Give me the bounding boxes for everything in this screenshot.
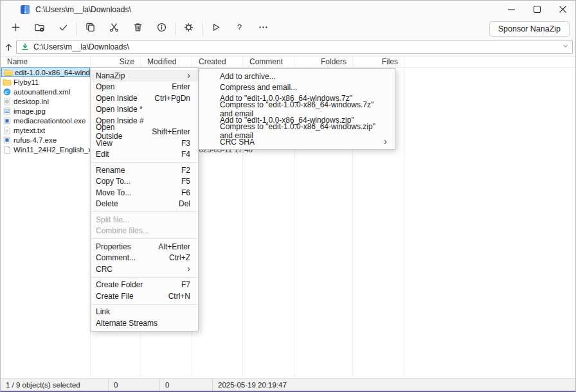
maximize-button[interactable]	[524, 1, 550, 18]
options-button[interactable]	[177, 20, 201, 38]
question-icon: ?	[234, 22, 245, 35]
menu-item-crc[interactable]: CRC›	[91, 263, 198, 275]
menu-item-link[interactable]: Link	[91, 307, 198, 318]
menu-item-nanazip[interactable]: NanaZip›	[91, 70, 198, 82]
help-button[interactable]: ?	[228, 20, 251, 38]
menu-item-open-inside[interactable]: Open Inside *	[91, 104, 198, 116]
menu-separator	[91, 277, 197, 278]
file-name: rufus-4.7.exe	[14, 136, 57, 144]
address-path: C:\Users\m__la\Downloads\	[33, 42, 561, 51]
column-header-name[interactable]: Name	[1, 57, 91, 67]
sponsor-nanazip-button[interactable]: Sponsor NanaZip	[489, 21, 570, 37]
menu-item-combine-files: Combine files...	[91, 226, 198, 237]
menu-item-rename[interactable]: RenameF2	[91, 165, 198, 176]
menu-item-label: NanaZip	[96, 71, 125, 80]
menu-item-open-outside[interactable]: Open OutsideShift+Enter	[91, 127, 198, 138]
add-button[interactable]	[4, 20, 28, 38]
column-header-size[interactable]: Size	[91, 57, 141, 67]
menu-item-shortcut: Del	[167, 199, 190, 208]
chevron-down-icon[interactable]	[561, 41, 570, 53]
copy-icon	[85, 22, 96, 35]
file-name-cell: Flyby11	[1, 77, 91, 87]
menu-item-shortcut: F2	[170, 166, 190, 175]
menu-item-compress-to-edit-1-0-0-x86-64-windows-zip-and-email[interactable]: Compress to "edit-1.0.0-x86_64-windows.z…	[199, 125, 395, 136]
more-button[interactable]	[251, 20, 275, 38]
menu-item-shortcut: Ctrl+Z	[158, 253, 190, 262]
menu-item-comment[interactable]: Comment...Ctrl+Z	[91, 253, 198, 264]
status-segment-1: 0	[109, 379, 160, 391]
menu-separator	[91, 162, 197, 163]
info-button[interactable]	[150, 20, 174, 38]
menu-item-view[interactable]: ViewF3	[91, 138, 198, 149]
file-name: Win11_24H2_English_x64.iso	[14, 146, 91, 154]
extract-button[interactable]	[28, 20, 51, 38]
menu-item-copy-to[interactable]: Copy To...F5	[91, 176, 198, 188]
menu-item-label: Compress and email...	[220, 83, 297, 92]
file-name: edit-1.0.0-x86_64-windows	[15, 69, 89, 76]
column-header-comment[interactable]: Comment	[243, 57, 295, 67]
menu-item-shortcut: Alt+Enter	[147, 242, 190, 251]
menu-item-shortcut: Ctrl+N	[157, 292, 190, 301]
menu-item-shortcut: F4	[170, 150, 190, 159]
ini-icon	[3, 97, 12, 106]
context-menu: NanaZip›OpenEnterOpen InsideCtrl+PgDnOpe…	[90, 67, 199, 332]
status-bar: 1 / 9 object(s) selected002025-05-19 20:…	[1, 378, 575, 391]
column-header-created[interactable]: Created	[192, 57, 243, 67]
move-button[interactable]	[102, 20, 126, 38]
menu-item-edit[interactable]: EditF4	[91, 149, 198, 161]
address-combobox[interactable]: C:\Users\m__la\Downloads\	[16, 40, 573, 54]
column-header-row: NameSizeModifiedCreatedCommentFoldersFil…	[1, 57, 575, 67]
menu-item-label: Properties	[96, 242, 131, 251]
file-name-cell: image.jpg	[1, 106, 91, 116]
column-header-modified[interactable]: Modified	[141, 57, 192, 67]
maximize-icon	[534, 6, 541, 13]
menu-item-split-file: Split file...	[91, 214, 198, 226]
file-name-cell: mytext.txt	[1, 125, 91, 135]
delete-button[interactable]	[126, 20, 150, 38]
up-directory-button[interactable]	[1, 40, 16, 54]
file-name: Flyby11	[14, 78, 39, 86]
menu-item-delete[interactable]: DeleteDel	[91, 199, 198, 210]
menu-item-compress-to-edit-1-0-0-x86-64-windows-7z-and-email[interactable]: Compress to "edit-1.0.0-x86_64-windows.7…	[199, 103, 395, 114]
benchmark-button[interactable]	[204, 20, 228, 38]
file-name: desktop.ini	[14, 98, 49, 105]
copy-button[interactable]	[78, 20, 102, 38]
trash-icon	[132, 22, 143, 35]
check-icon	[58, 22, 69, 35]
menu-separator	[91, 304, 197, 305]
extract-folder-icon	[34, 22, 45, 35]
test-button[interactable]	[51, 20, 75, 38]
menu-item-open[interactable]: OpenEnter	[91, 82, 198, 93]
submenu-arrow-icon: ›	[384, 137, 387, 146]
menu-item-alternate-streams[interactable]: Alternate Streams	[91, 317, 198, 329]
menu-item-label: CRC SHA	[220, 138, 255, 147]
close-button[interactable]	[550, 1, 575, 18]
downloads-folder-icon	[21, 42, 30, 51]
status-segment-3: 2025-05-19 20:19:47	[213, 379, 575, 391]
window-title: C:\Users\m__la\Downloads\	[35, 5, 131, 14]
menu-item-properties[interactable]: PropertiesAlt+Enter	[91, 241, 198, 253]
folder-icon	[3, 78, 12, 87]
submenu-arrow-icon: ›	[187, 264, 190, 273]
menu-item-open-inside[interactable]: Open InsideCtrl+PgDn	[91, 93, 198, 104]
menu-item-create-folder[interactable]: Create FolderF7	[91, 280, 198, 291]
minimize-button[interactable]	[498, 1, 524, 18]
column-header-folders[interactable]: Folders	[295, 57, 353, 67]
column-header-files[interactable]: Files	[353, 57, 404, 67]
menu-item-shortcut: F6	[170, 188, 190, 197]
scissors-icon	[109, 22, 120, 35]
menu-item-shortcut: Ctrl+PgDn	[143, 94, 190, 103]
menu-item-add-to-archive[interactable]: Add to archive...	[199, 71, 395, 82]
menu-item-shortcut: F3	[170, 139, 190, 148]
file-name-cell: rufus-4.7.exe	[1, 135, 91, 145]
menu-item-move-to[interactable]: Move To...F6	[91, 187, 198, 199]
folder-icon	[4, 68, 13, 77]
menu-item-shortcut: Shift+Enter	[140, 127, 190, 136]
menu-item-create-file[interactable]: Create FileCtrl+N	[91, 290, 198, 302]
menu-item-label: Open Inside	[96, 94, 138, 103]
menu-item-shortcut: F7	[170, 280, 190, 289]
menu-separator	[91, 211, 197, 212]
txt-icon	[3, 126, 12, 135]
toolbar-separator	[202, 22, 203, 35]
menu-item-compress-and-email[interactable]: Compress and email...	[199, 82, 395, 93]
